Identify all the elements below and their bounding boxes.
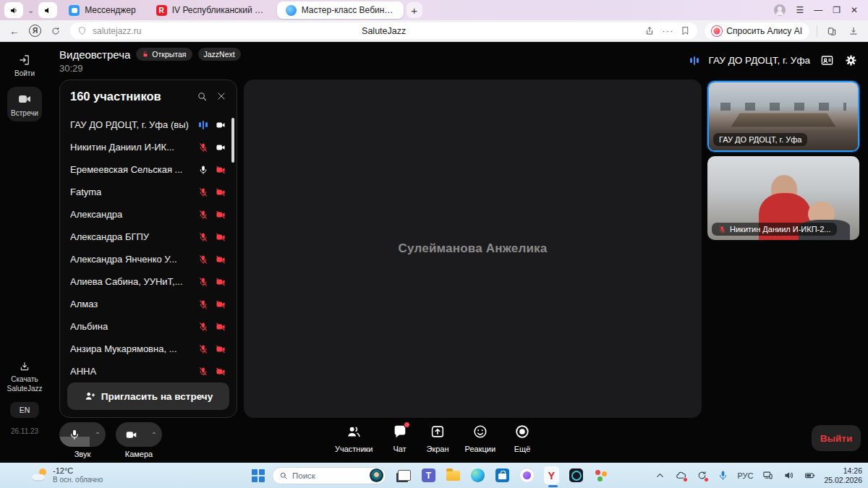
- new-tab-button[interactable]: +: [407, 2, 422, 18]
- participant-row[interactable]: ГАУ ДО РДОЦТ, г. Уфа (вы): [70, 114, 226, 136]
- hidden-icons-chevron[interactable]: [653, 469, 666, 482]
- start-button[interactable]: [252, 469, 265, 482]
- bookmark-icon[interactable]: [681, 26, 690, 35]
- minimize-button[interactable]: —: [814, 5, 822, 15]
- battery-icon[interactable]: [803, 469, 816, 482]
- edge-icon[interactable]: [470, 468, 485, 483]
- downloads-icon[interactable]: [846, 24, 861, 38]
- cam-status-icon: [215, 299, 226, 310]
- omnibox-more-icon[interactable]: ···: [662, 25, 673, 36]
- taskbar-clock[interactable]: 14:26 25.02.2026: [824, 466, 862, 484]
- cam-status-icon: [215, 164, 226, 176]
- participants-panel: 160 участников ГАУ ДО РДОЦТ, г. Уфа (вы): [59, 80, 237, 418]
- leave-button[interactable]: Выйти: [812, 425, 861, 451]
- participant-row[interactable]: АННА: [70, 360, 226, 375]
- participant-row[interactable]: Еремеевская Сельская ...: [70, 158, 226, 181]
- participant-name: Fatyma: [70, 187, 192, 197]
- participant-row[interactable]: Fatyma: [70, 181, 226, 203]
- close-panel-icon[interactable]: [216, 91, 226, 101]
- ask-alice-label: Спросить Алису AI: [726, 26, 802, 36]
- language-switch-button[interactable]: EN: [10, 402, 39, 418]
- mic-muted-icon: [718, 225, 726, 234]
- camera-options-chevron-icon[interactable]: ⌃: [146, 431, 162, 439]
- tab-webinar-active[interactable]: Мастер-класс Вебинар –: [277, 1, 404, 19]
- mic-status-icon: [197, 209, 209, 221]
- participants-scrollbar[interactable]: [231, 118, 234, 163]
- microphone-active-icon[interactable]: [716, 469, 729, 482]
- video-thumbnail[interactable]: Никитин Даниил И-ИКП-2...: [707, 156, 859, 240]
- language-indicator[interactable]: РУС: [737, 471, 753, 480]
- participant-row[interactable]: Алмаз: [70, 293, 226, 315]
- yandex-browser-icon[interactable]: Y: [544, 468, 559, 483]
- lock-open-icon: [142, 51, 149, 58]
- close-button[interactable]: ✕: [851, 5, 858, 15]
- sound-options-chevron-icon[interactable]: ⌃: [90, 431, 106, 439]
- search-icon[interactable]: [197, 91, 208, 102]
- share-icon[interactable]: [644, 26, 655, 36]
- mic-status-icon: [197, 119, 209, 131]
- cam-status-icon: [215, 321, 226, 333]
- participants-list[interactable]: ГАУ ДО РДОЦТ, г. Уфа (вы) Никитин Даниил…: [60, 112, 237, 375]
- cam-status-icon: [215, 254, 226, 265]
- tab-audio-pinned-2[interactable]: [38, 2, 57, 18]
- record-sync-icon[interactable]: [695, 469, 708, 482]
- tab-audio-pinned[interactable]: [4, 2, 23, 18]
- camera-label: Камера: [125, 450, 153, 458]
- cam-status-icon: [215, 231, 226, 243]
- participant-row[interactable]: Анзира Мукарямовна, ...: [70, 338, 226, 360]
- video-thumbnail-active[interactable]: ГАУ ДО РДОЦТ, г. Уфа: [707, 81, 859, 152]
- taskbar-search-input[interactable]: Поиск: [272, 467, 386, 484]
- chat-button[interactable]: Чат: [389, 421, 411, 453]
- participant-row[interactable]: Никитин Даниил И-ИК...: [70, 136, 226, 158]
- participant-name: ГАУ ДО РДОЦТ, г. Уфа (вы): [70, 119, 192, 130]
- call-controls: ⌃ Звук ⌃ Камера: [0, 418, 868, 463]
- more-button[interactable]: Ещё: [511, 421, 533, 453]
- weather-widget[interactable]: -12°C В осн. облачно: [32, 466, 103, 484]
- task-view-icon[interactable]: [396, 468, 412, 483]
- microsoft-store-icon[interactable]: [495, 468, 510, 483]
- participant-row[interactable]: Альбина: [70, 315, 226, 338]
- ask-alice-button[interactable]: Спросить Алису AI: [705, 22, 809, 40]
- meetings-nav-item[interactable]: Встречи: [7, 87, 42, 121]
- screen-share-button[interactable]: Экран: [427, 421, 449, 453]
- sidebar-panels-icon[interactable]: [825, 24, 839, 38]
- alice-app-icon[interactable]: [519, 468, 535, 483]
- tab-seminar[interactable]: R IV Республиканский сем: [148, 1, 274, 19]
- refresh-button[interactable]: [48, 24, 63, 38]
- settings-gear-icon[interactable]: [844, 53, 858, 67]
- browser-menu-icon[interactable]: ☰: [796, 5, 804, 15]
- yandex-home-button[interactable]: Я: [29, 25, 41, 37]
- open-meeting-badge: Открытая: [136, 48, 192, 61]
- login-button[interactable]: Войти: [0, 53, 49, 77]
- profile-avatar[interactable]: [774, 4, 786, 16]
- participant-row[interactable]: Александра БГПУ: [70, 226, 226, 248]
- download-app-button[interactable]: Скачать SaluteJazz: [0, 361, 49, 393]
- sound-label: Звук: [75, 450, 91, 458]
- tab-messenger[interactable]: Мессенджер: [60, 1, 144, 19]
- address-bar[interactable]: salutejazz.ru SaluteJazz ···: [70, 22, 697, 39]
- contact-card-icon[interactable]: [820, 53, 834, 67]
- volume-icon[interactable]: [782, 469, 795, 482]
- chevron-down-icon[interactable]: ⌄: [26, 6, 35, 15]
- back-button[interactable]: ←: [7, 24, 22, 38]
- participant-name: АННА: [70, 366, 192, 375]
- participant-row[interactable]: Александра: [70, 203, 226, 226]
- teams-icon[interactable]: T: [421, 468, 436, 483]
- participant-row[interactable]: Александра Янченко У...: [70, 248, 226, 270]
- reactions-label: Реакции: [465, 445, 496, 453]
- participant-row[interactable]: Алиева Сабина, УУНиТ,...: [70, 270, 226, 293]
- camera-control[interactable]: ⌃ Камера: [116, 422, 162, 458]
- network-display-icon[interactable]: [761, 469, 774, 482]
- invite-button[interactable]: Пригласить на встречу: [67, 382, 229, 410]
- recorder-app-icon[interactable]: [569, 468, 584, 483]
- reactions-button[interactable]: Реакции: [465, 421, 496, 453]
- search-highlight-image: [370, 468, 383, 482]
- restore-button[interactable]: ❐: [833, 5, 841, 15]
- participant-name: Еремеевская Сельская ...: [70, 164, 192, 175]
- office-app-icon[interactable]: [593, 468, 608, 483]
- participants-button[interactable]: Участники: [335, 421, 373, 453]
- file-explorer-icon[interactable]: [446, 468, 461, 483]
- sound-control[interactable]: ⌃ Звук: [59, 422, 106, 458]
- thumbnail-label: ГАУ ДО РДОЦТ, г. Уфа: [719, 135, 801, 144]
- cloud-sync-icon[interactable]: [674, 469, 687, 482]
